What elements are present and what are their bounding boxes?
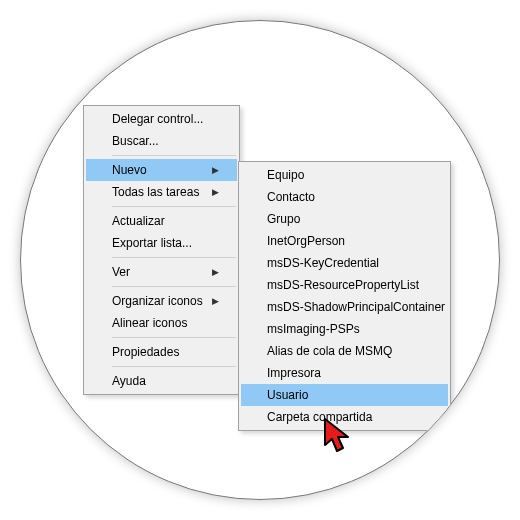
submenu-arrow-icon: ▶ [212,267,219,277]
menu-item-buscar[interactable]: Buscar... [86,130,237,152]
menu-item-label: Carpeta compartida [267,410,372,424]
menu-item-label: Ayuda [112,374,146,388]
menu-separator [112,257,236,258]
menu-item-label: Buscar... [112,134,159,148]
context-menu: Delegar control... Buscar... Nuevo ▶ Tod… [83,105,240,395]
submenu-arrow-icon: ▶ [212,296,219,306]
submenu-item-carpeta-compartida[interactable]: Carpeta compartida [241,406,448,428]
menu-item-label: Delegar control... [112,112,203,126]
menu-separator [112,155,236,156]
menu-item-ayuda[interactable]: Ayuda [86,370,237,392]
menu-separator [112,206,236,207]
menu-item-label: Exportar lista... [112,236,192,250]
menu-item-actualizar[interactable]: Actualizar [86,210,237,232]
submenu-item-impresora[interactable]: Impresora [241,362,448,384]
submenu-item-equipo[interactable]: Equipo [241,164,448,186]
menu-item-delegar-control[interactable]: Delegar control... [86,108,237,130]
menu-item-organizar-iconos[interactable]: Organizar iconos ▶ [86,290,237,312]
menu-item-label: msImaging-PSPs [267,322,360,336]
submenu-arrow-icon: ▶ [212,165,219,175]
menu-item-todas-las-tareas[interactable]: Todas las tareas ▶ [86,181,237,203]
menu-item-nuevo[interactable]: Nuevo ▶ [86,159,237,181]
viewport-circle: Grupo Delegar control... Buscar... Nuevo… [20,20,500,500]
menu-item-label: msDS-ResourcePropertyList [267,278,419,292]
menu-item-label: msDS-ShadowPrincipalContainer [267,300,445,314]
menu-item-label: InetOrgPerson [267,234,345,248]
background-group-label: Grupo [357,27,390,41]
menu-item-ver[interactable]: Ver ▶ [86,261,237,283]
menu-separator [112,286,236,287]
submenu-item-contacto[interactable]: Contacto [241,186,448,208]
menu-item-label: Nuevo [112,163,147,177]
submenu-item-msds-shadowprincipalcontainer[interactable]: msDS-ShadowPrincipalContainer [241,296,448,318]
submenu-item-usuario[interactable]: Usuario [241,384,448,406]
submenu-item-grupo[interactable]: Grupo [241,208,448,230]
menu-item-label: Alinear iconos [112,316,187,330]
menu-item-alinear-iconos[interactable]: Alinear iconos [86,312,237,334]
menu-separator [112,337,236,338]
menu-item-exportar-lista[interactable]: Exportar lista... [86,232,237,254]
submenu-item-msimaging-psps[interactable]: msImaging-PSPs [241,318,448,340]
submenu-item-alias-cola-msmq[interactable]: Alias de cola de MSMQ [241,340,448,362]
submenu-arrow-icon: ▶ [212,187,219,197]
menu-item-label: Propiedades [112,345,179,359]
submenu-nuevo: Equipo Contacto Grupo InetOrgPerson msDS… [238,161,451,431]
menu-item-label: Todas las tareas [112,185,199,199]
menu-item-propiedades[interactable]: Propiedades [86,341,237,363]
menu-item-label: Usuario [267,388,308,402]
submenu-item-msds-keycredential[interactable]: msDS-KeyCredential [241,252,448,274]
submenu-item-msds-resourcepropertylist[interactable]: msDS-ResourcePropertyList [241,274,448,296]
menu-separator [112,366,236,367]
menu-item-label: Organizar iconos [112,294,203,308]
menu-item-label: Equipo [267,168,304,182]
menu-item-label: Contacto [267,190,315,204]
menu-item-label: Alias de cola de MSMQ [267,344,392,358]
menu-item-label: msDS-KeyCredential [267,256,379,270]
menu-item-label: Grupo [267,212,300,226]
menu-item-label: Impresora [267,366,321,380]
menu-item-label: Actualizar [112,214,165,228]
menu-item-label: Ver [112,265,130,279]
submenu-item-inetorgperson[interactable]: InetOrgPerson [241,230,448,252]
